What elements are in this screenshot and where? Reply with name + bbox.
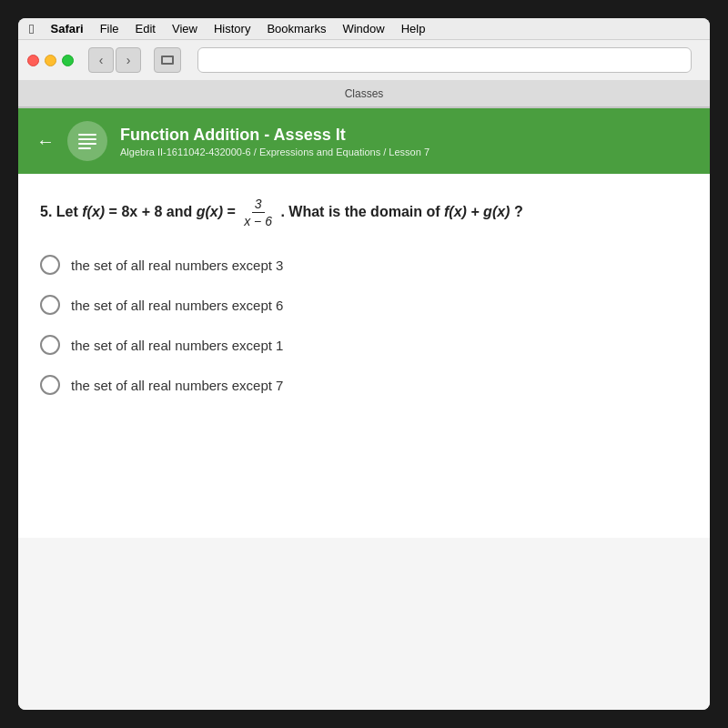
question-and: and xyxy=(167,204,197,219)
question-suffix: . What is the domain of xyxy=(280,204,440,219)
lesson-header: ← Function Addition - Assess It Algebra … xyxy=(18,108,710,174)
safari-chrome: ‹ › Classes xyxy=(18,40,710,108)
menu-bookmarks[interactable]: Bookmarks xyxy=(267,22,326,35)
gx-fraction-numerator: 3 xyxy=(252,196,265,213)
question-mark: ? xyxy=(514,204,523,219)
lesson-back-button[interactable]: ← xyxy=(36,131,55,152)
option-d[interactable]: the set of all real numbers except 7 xyxy=(40,375,688,395)
option-d-text: the set of all real numbers except 7 xyxy=(71,378,283,393)
option-c-text: the set of all real numbers except 1 xyxy=(71,338,283,353)
question-let: Let xyxy=(56,204,82,219)
option-a[interactable]: the set of all real numbers except 3 xyxy=(40,255,688,275)
safari-toolbar: ‹ › xyxy=(18,40,710,80)
radio-b[interactable] xyxy=(40,295,60,315)
lesson-subtitle: Algebra II-1611042-432000-6 / Expression… xyxy=(120,147,430,157)
menu-safari[interactable]: Safari xyxy=(50,22,83,35)
traffic-lights xyxy=(27,55,74,66)
menu-file[interactable]: File xyxy=(100,22,119,35)
lesson-title: Function Addition - Assess It xyxy=(120,126,430,145)
menu-window[interactable]: Window xyxy=(342,22,384,35)
lesson-text-block: Function Addition - Assess It Algebra II… xyxy=(120,126,430,157)
radio-d[interactable] xyxy=(40,375,60,395)
gx-fraction-denominator: x − 6 xyxy=(241,213,275,229)
tab-icon xyxy=(161,56,174,65)
menu-view[interactable]: View xyxy=(172,22,197,35)
apple-menu[interactable]:  xyxy=(29,21,34,36)
answer-options: the set of all real numbers except 3 the… xyxy=(40,255,688,395)
option-b[interactable]: the set of all real numbers except 6 xyxy=(40,295,688,315)
menu-help[interactable]: Help xyxy=(401,22,426,35)
lesson-icon xyxy=(67,121,107,161)
question-text: 5. Let f(x) = 8x + 8 and g(x) = 3 x − 6 … xyxy=(40,196,688,229)
menu-edit[interactable]: Edit xyxy=(136,22,156,35)
gx-label: g(x) xyxy=(197,204,223,219)
tab-view-button[interactable] xyxy=(154,47,181,73)
menu-history[interactable]: History xyxy=(214,22,250,35)
address-bar[interactable] xyxy=(197,47,692,73)
browser-content: ← Function Addition - Assess It Algebra … xyxy=(18,108,710,710)
safari-tab-bar: Classes xyxy=(18,80,710,107)
close-button[interactable] xyxy=(27,55,39,66)
tab-classes[interactable]: Classes xyxy=(345,87,384,100)
radio-a[interactable] xyxy=(40,255,60,275)
screen:  Safari File Edit View History Bookmark… xyxy=(18,18,710,710)
back-button[interactable]: ‹ xyxy=(88,47,114,73)
fx-eq: = 8x + 8 xyxy=(109,204,163,219)
question-number: 5. xyxy=(40,204,52,219)
gx-eq-equals: = xyxy=(227,204,239,219)
forward-button[interactable]: › xyxy=(116,47,141,73)
option-b-text: the set of all real numbers except 6 xyxy=(71,298,283,313)
domain-expr: f(x) + g(x) xyxy=(444,204,510,219)
nav-buttons: ‹ › xyxy=(88,47,141,73)
radio-c[interactable] xyxy=(40,335,60,355)
question-area: 5. Let f(x) = 8x + 8 and g(x) = 3 x − 6 … xyxy=(18,174,710,538)
gx-fraction: 3 x − 6 xyxy=(241,196,275,229)
menu-bar:  Safari File Edit View History Bookmark… xyxy=(18,18,710,40)
option-a-text: the set of all real numbers except 3 xyxy=(71,258,283,273)
option-c[interactable]: the set of all real numbers except 1 xyxy=(40,335,688,355)
fx-label: f(x) xyxy=(82,204,105,219)
maximize-button[interactable] xyxy=(62,55,74,66)
minimize-button[interactable] xyxy=(45,55,56,66)
